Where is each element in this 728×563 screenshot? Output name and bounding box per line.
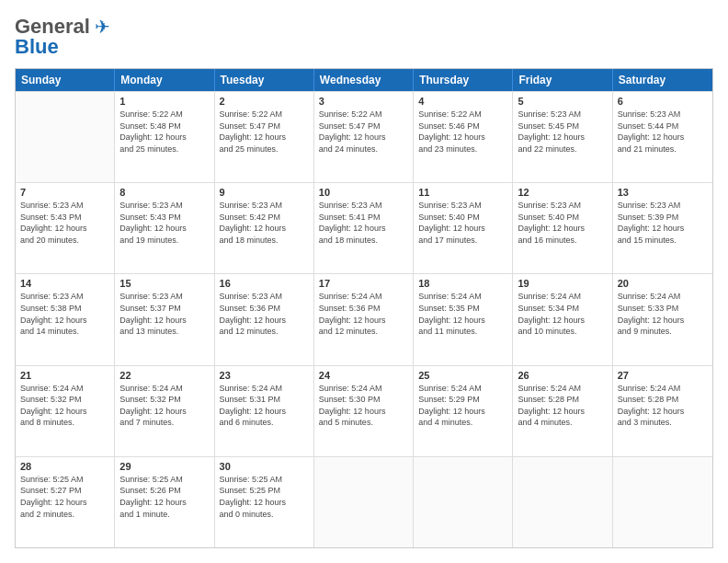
calendar-header-thursday: Thursday [414, 69, 513, 91]
day-info: Sunrise: 5:24 AM Sunset: 5:28 PM Dayligh… [618, 383, 708, 429]
calendar-cell: 28Sunrise: 5:25 AM Sunset: 5:27 PM Dayli… [16, 457, 115, 547]
day-info: Sunrise: 5:23 AM Sunset: 5:40 PM Dayligh… [518, 200, 607, 246]
day-number: 3 [319, 96, 408, 107]
day-info: Sunrise: 5:24 AM Sunset: 5:33 PM Dayligh… [618, 291, 708, 337]
day-number: 19 [518, 278, 607, 289]
calendar-header-saturday: Saturday [613, 69, 712, 91]
day-number: 20 [618, 278, 708, 289]
day-info: Sunrise: 5:23 AM Sunset: 5:39 PM Dayligh… [618, 200, 708, 246]
calendar-cell [613, 457, 712, 547]
page: General ✈ Blue SundayMondayTuesdayWednes… [0, 0, 728, 563]
day-info: Sunrise: 5:22 AM Sunset: 5:48 PM Dayligh… [119, 109, 209, 155]
calendar-cell: 23Sunrise: 5:24 AM Sunset: 5:31 PM Dayli… [215, 366, 314, 456]
day-number: 27 [618, 370, 708, 381]
calendar-cell [414, 457, 513, 547]
calendar-cell: 19Sunrise: 5:24 AM Sunset: 5:34 PM Dayli… [513, 274, 612, 364]
calendar-week-3: 21Sunrise: 5:24 AM Sunset: 5:32 PM Dayli… [16, 365, 712, 456]
calendar-cell: 20Sunrise: 5:24 AM Sunset: 5:33 PM Dayli… [613, 274, 712, 364]
day-info: Sunrise: 5:23 AM Sunset: 5:40 PM Dayligh… [418, 200, 507, 246]
day-info: Sunrise: 5:25 AM Sunset: 5:27 PM Dayligh… [20, 474, 109, 520]
calendar-cell: 8Sunrise: 5:23 AM Sunset: 5:43 PM Daylig… [115, 183, 214, 273]
day-number: 1 [119, 96, 209, 107]
day-info: Sunrise: 5:23 AM Sunset: 5:37 PM Dayligh… [119, 291, 209, 337]
calendar-cell: 9Sunrise: 5:23 AM Sunset: 5:42 PM Daylig… [215, 183, 314, 273]
day-info: Sunrise: 5:24 AM Sunset: 5:32 PM Dayligh… [20, 383, 109, 429]
day-number: 8 [119, 187, 209, 198]
calendar-cell: 13Sunrise: 5:23 AM Sunset: 5:39 PM Dayli… [613, 183, 712, 273]
calendar-cell: 29Sunrise: 5:25 AM Sunset: 5:26 PM Dayli… [115, 457, 214, 547]
day-info: Sunrise: 5:23 AM Sunset: 5:43 PM Dayligh… [20, 200, 109, 246]
day-number: 29 [119, 461, 209, 472]
day-info: Sunrise: 5:23 AM Sunset: 5:45 PM Dayligh… [518, 109, 607, 155]
calendar-week-1: 7Sunrise: 5:23 AM Sunset: 5:43 PM Daylig… [16, 182, 712, 273]
calendar-cell: 6Sunrise: 5:23 AM Sunset: 5:44 PM Daylig… [613, 92, 712, 182]
calendar-cell: 17Sunrise: 5:24 AM Sunset: 5:36 PM Dayli… [314, 274, 414, 364]
day-number: 16 [220, 278, 309, 289]
calendar-cell: 22Sunrise: 5:24 AM Sunset: 5:32 PM Dayli… [115, 366, 214, 456]
day-info: Sunrise: 5:23 AM Sunset: 5:38 PM Dayligh… [20, 291, 109, 337]
calendar-header-friday: Friday [513, 69, 612, 91]
day-info: Sunrise: 5:22 AM Sunset: 5:46 PM Dayligh… [418, 109, 507, 155]
calendar-cell: 26Sunrise: 5:24 AM Sunset: 5:28 PM Dayli… [513, 366, 612, 456]
calendar-cell: 27Sunrise: 5:24 AM Sunset: 5:28 PM Dayli… [613, 366, 712, 456]
day-number: 5 [518, 96, 607, 107]
calendar-body: 1Sunrise: 5:22 AM Sunset: 5:48 PM Daylig… [16, 91, 712, 547]
day-number: 18 [418, 278, 507, 289]
calendar-header-row: SundayMondayTuesdayWednesdayThursdayFrid… [16, 69, 712, 91]
calendar-cell: 24Sunrise: 5:24 AM Sunset: 5:30 PM Dayli… [314, 366, 414, 456]
day-number: 25 [418, 370, 507, 381]
logo: General ✈ Blue [15, 15, 110, 59]
calendar-week-2: 14Sunrise: 5:23 AM Sunset: 5:38 PM Dayli… [16, 273, 712, 364]
day-info: Sunrise: 5:23 AM Sunset: 5:41 PM Dayligh… [319, 200, 408, 246]
calendar-cell: 30Sunrise: 5:25 AM Sunset: 5:25 PM Dayli… [215, 457, 314, 547]
day-info: Sunrise: 5:24 AM Sunset: 5:29 PM Dayligh… [418, 383, 507, 429]
day-number: 14 [20, 278, 109, 289]
day-info: Sunrise: 5:25 AM Sunset: 5:26 PM Dayligh… [119, 474, 209, 520]
calendar-cell [16, 92, 115, 182]
calendar-header-wednesday: Wednesday [314, 69, 414, 91]
day-number: 11 [418, 187, 507, 198]
day-number: 9 [220, 187, 309, 198]
calendar: SundayMondayTuesdayWednesdayThursdayFrid… [15, 68, 713, 548]
logo-blue-text: Blue [15, 35, 59, 59]
day-number: 30 [220, 461, 309, 472]
calendar-cell: 12Sunrise: 5:23 AM Sunset: 5:40 PM Dayli… [513, 183, 612, 273]
day-info: Sunrise: 5:23 AM Sunset: 5:44 PM Dayligh… [618, 109, 708, 155]
day-info: Sunrise: 5:24 AM Sunset: 5:32 PM Dayligh… [119, 383, 209, 429]
calendar-cell: 4Sunrise: 5:22 AM Sunset: 5:46 PM Daylig… [414, 92, 513, 182]
calendar-cell: 10Sunrise: 5:23 AM Sunset: 5:41 PM Dayli… [314, 183, 414, 273]
day-number: 26 [518, 370, 607, 381]
calendar-header-tuesday: Tuesday [215, 69, 314, 91]
day-number: 10 [319, 187, 408, 198]
calendar-cell: 3Sunrise: 5:22 AM Sunset: 5:47 PM Daylig… [314, 92, 414, 182]
calendar-cell: 2Sunrise: 5:22 AM Sunset: 5:47 PM Daylig… [215, 92, 314, 182]
day-number: 6 [618, 96, 708, 107]
calendar-week-0: 1Sunrise: 5:22 AM Sunset: 5:48 PM Daylig… [16, 91, 712, 182]
calendar-cell: 15Sunrise: 5:23 AM Sunset: 5:37 PM Dayli… [115, 274, 214, 364]
calendar-cell: 1Sunrise: 5:22 AM Sunset: 5:48 PM Daylig… [115, 92, 214, 182]
calendar-header-monday: Monday [115, 69, 214, 91]
day-number: 28 [20, 461, 109, 472]
day-number: 13 [618, 187, 708, 198]
calendar-cell: 7Sunrise: 5:23 AM Sunset: 5:43 PM Daylig… [16, 183, 115, 273]
day-number: 4 [418, 96, 507, 107]
day-info: Sunrise: 5:23 AM Sunset: 5:43 PM Dayligh… [119, 200, 209, 246]
calendar-header-sunday: Sunday [16, 69, 115, 91]
day-number: 22 [119, 370, 209, 381]
logo-bird-icon: ✈ [95, 16, 110, 38]
day-info: Sunrise: 5:23 AM Sunset: 5:36 PM Dayligh… [220, 291, 309, 337]
day-info: Sunrise: 5:25 AM Sunset: 5:25 PM Dayligh… [220, 474, 309, 520]
calendar-week-4: 28Sunrise: 5:25 AM Sunset: 5:27 PM Dayli… [16, 456, 712, 547]
day-info: Sunrise: 5:22 AM Sunset: 5:47 PM Dayligh… [319, 109, 408, 155]
day-info: Sunrise: 5:24 AM Sunset: 5:30 PM Dayligh… [319, 383, 408, 429]
calendar-cell: 25Sunrise: 5:24 AM Sunset: 5:29 PM Dayli… [414, 366, 513, 456]
calendar-cell [513, 457, 612, 547]
day-info: Sunrise: 5:24 AM Sunset: 5:35 PM Dayligh… [418, 291, 507, 337]
calendar-cell: 16Sunrise: 5:23 AM Sunset: 5:36 PM Dayli… [215, 274, 314, 364]
calendar-cell [314, 457, 414, 547]
day-number: 7 [20, 187, 109, 198]
calendar-cell: 18Sunrise: 5:24 AM Sunset: 5:35 PM Dayli… [414, 274, 513, 364]
calendar-cell: 5Sunrise: 5:23 AM Sunset: 5:45 PM Daylig… [513, 92, 612, 182]
day-info: Sunrise: 5:24 AM Sunset: 5:36 PM Dayligh… [319, 291, 408, 337]
calendar-cell: 11Sunrise: 5:23 AM Sunset: 5:40 PM Dayli… [414, 183, 513, 273]
